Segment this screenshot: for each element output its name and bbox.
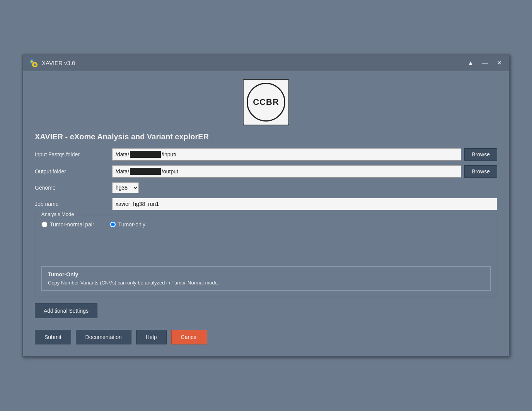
- tumor-only-info-title: Tumor-Only: [48, 271, 484, 277]
- logo-area: CCBR: [35, 79, 497, 125]
- job-name-input[interactable]: [112, 198, 497, 210]
- output-folder-browse-button[interactable]: Browse: [464, 165, 497, 178]
- submit-button[interactable]: Submit: [35, 330, 71, 344]
- output-folder-field[interactable]: /data/ /output: [112, 165, 461, 178]
- tumor-only-info-box: Tumor-Only Copy Number Variants (CNVs) c…: [41, 266, 491, 291]
- svg-point-2: [31, 60, 33, 63]
- documentation-button[interactable]: Documentation: [76, 330, 131, 344]
- input-fastqs-prefix: /data/: [116, 151, 129, 158]
- window-content: CCBR XAVIER - eXome Analysis and Variant…: [23, 71, 509, 356]
- analysis-mode-box: Analysis Mode Tumor-normal pair Tumor-on…: [35, 215, 497, 297]
- analysis-mode-legend: Analysis Mode: [39, 211, 77, 217]
- input-fastqs-redacted: [130, 151, 161, 158]
- job-name-label: Job name: [35, 201, 112, 207]
- actions-row: Submit Documentation Help Cancel: [35, 330, 497, 344]
- output-folder-row: Output folder /data/ /output Browse: [35, 165, 497, 178]
- radio-row: Tumor-normal pair Tumor-only: [41, 221, 491, 228]
- tumor-normal-label: Tumor-normal pair: [50, 221, 94, 228]
- cancel-button[interactable]: Cancel: [171, 330, 208, 344]
- window-title: XAVIER v3.0: [42, 60, 75, 66]
- input-fastqs-suffix: /input/: [162, 151, 176, 158]
- output-folder-suffix: /output: [162, 168, 178, 175]
- main-window: XAVIER v3.0 ▲ — ✕ CCBR XAVIER - eXome An…: [22, 55, 510, 357]
- additional-settings-row: Additional Settings: [35, 303, 497, 324]
- tumor-only-radio[interactable]: [110, 221, 116, 228]
- app-title: XAVIER - eXome Analysis and Variant expl…: [35, 132, 497, 141]
- logo-text: CCBR: [253, 97, 279, 107]
- logo-container: CCBR: [243, 79, 289, 125]
- output-folder-label: Output folder: [35, 168, 112, 175]
- output-folder-redacted: [130, 168, 161, 175]
- title-bar: XAVIER v3.0 ▲ — ✕: [23, 55, 509, 71]
- logo-inner: CCBR: [247, 83, 285, 122]
- title-bar-controls: ▲ — ✕: [465, 59, 504, 67]
- tumor-normal-radio[interactable]: [41, 221, 48, 228]
- genome-label: Genome: [35, 185, 112, 191]
- tumor-only-radio-label[interactable]: Tumor-only: [110, 221, 145, 228]
- output-folder-prefix: /data/: [116, 168, 129, 175]
- input-fastqs-browse-button[interactable]: Browse: [464, 148, 497, 161]
- help-button[interactable]: Help: [136, 330, 167, 344]
- input-fastqs-row: Input Fastqs folder /data/ /input/ Brows…: [35, 148, 497, 161]
- tumor-normal-radio-label[interactable]: Tumor-normal pair: [41, 221, 94, 228]
- close-button[interactable]: ✕: [494, 59, 504, 67]
- input-fastqs-label: Input Fastqs folder: [35, 151, 112, 158]
- maximize-button[interactable]: ▲: [465, 59, 476, 67]
- app-icon: [28, 58, 39, 68]
- tumor-only-label: Tumor-only: [118, 221, 145, 228]
- svg-point-3: [34, 63, 36, 66]
- minimize-button[interactable]: —: [480, 59, 491, 67]
- title-bar-left: XAVIER v3.0: [28, 58, 75, 68]
- job-name-row: Job name: [35, 198, 497, 210]
- genome-select[interactable]: hg38 hg19 mm10: [112, 182, 139, 193]
- input-fastqs-field[interactable]: /data/ /input/: [112, 148, 461, 161]
- additional-settings-button[interactable]: Additional Settings: [35, 303, 97, 318]
- genome-row: Genome hg38 hg19 mm10: [35, 182, 497, 193]
- tumor-only-info-message: Copy Number Variants (CNVs) can only be …: [48, 280, 484, 286]
